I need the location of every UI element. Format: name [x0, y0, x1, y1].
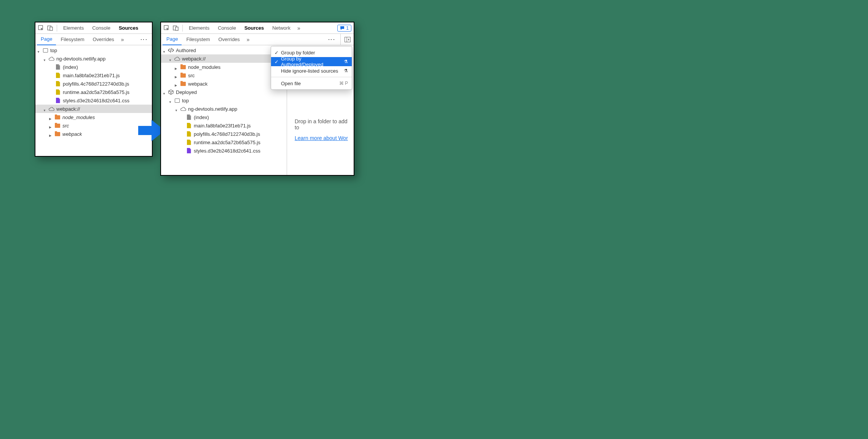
file-tree: Authored webpack:// node_modules src web… [161, 45, 287, 156]
cloud-icon [48, 56, 55, 62]
device-toggle-icon[interactable] [172, 24, 180, 32]
chevron-right-icon [49, 132, 53, 136]
subtab-kebab-icon[interactable]: ⋮ [325, 36, 338, 43]
tree-node-top[interactable]: top [161, 96, 287, 105]
folder-icon [55, 124, 60, 128]
tree-label: webpack:// [182, 56, 206, 62]
tab-console[interactable]: Console [214, 22, 240, 34]
tab-elements[interactable]: Elements [59, 22, 88, 34]
subtab-filesystem[interactable]: Filesystem [57, 34, 88, 45]
chevron-right-icon [49, 124, 53, 127]
tree-node-domain[interactable]: ng-devtools.netlify.app [161, 105, 287, 113]
tab-sources[interactable]: Sources [241, 22, 268, 34]
js-file-icon [56, 81, 60, 86]
file-tree: top ng-devtools.netlify.app (index) main… [35, 45, 152, 139]
tree-node-file[interactable]: main.fa8bfa0e23f1eb71.js [161, 121, 287, 130]
inspect-icon[interactable] [37, 24, 45, 32]
subtab-page[interactable]: Page [163, 34, 182, 45]
chevron-down-icon [43, 107, 47, 111]
check-icon: ✓ [274, 50, 279, 56]
tree-label: Deployed [176, 89, 197, 95]
main-tabbar: Elements Console Sources [35, 22, 152, 34]
tab-console[interactable]: Console [88, 22, 114, 34]
inspect-icon[interactable] [163, 24, 171, 32]
document-icon [187, 115, 191, 120]
cloud-icon [48, 106, 55, 112]
tree-node-folder[interactable]: node_modules [35, 113, 152, 121]
tree-node-file[interactable]: polyfills.4c768d7122740d3b.js [161, 130, 287, 138]
tab-network[interactable]: Network [268, 22, 294, 34]
tree-label: top [50, 48, 57, 53]
subtab-more[interactable]: » [119, 37, 126, 43]
svg-rect-5 [176, 27, 178, 30]
tree-label: webpack [62, 131, 82, 137]
subtab-page[interactable]: Page [37, 34, 56, 45]
toggle-navigator-icon[interactable] [343, 37, 352, 42]
js-file-icon [56, 73, 60, 78]
tree-node-domain[interactable]: ng-devtools.netlify.app [35, 54, 152, 63]
tab-more[interactable]: » [295, 25, 303, 31]
tree-node-file[interactable]: runtime.aa2dc5a72b65a575.js [35, 88, 152, 96]
sources-subbar: Page Filesystem Overrides » ⋮ [35, 34, 152, 45]
tree-node-folder[interactable]: node_modules [161, 63, 287, 71]
chevron-right-icon [49, 115, 53, 119]
tree-node-authored[interactable]: Authored [161, 46, 287, 54]
tree-node-folder[interactable]: webpack [35, 130, 152, 138]
css-file-icon [187, 148, 191, 153]
tree-node-index[interactable]: (index) [161, 113, 287, 121]
subtab-overrides[interactable]: Overrides [89, 34, 118, 45]
tree-node-index[interactable]: (index) [35, 63, 152, 71]
folder-icon [180, 73, 186, 78]
chevron-down-icon [169, 57, 172, 60]
menu-label: Group by Authored/Deployed [281, 56, 341, 67]
context-menu: ✓ Group by folder ✓ Group by Authored/De… [271, 46, 352, 90]
tree-node-file[interactable]: styles.d3e2b24618d2c641.css [161, 146, 287, 155]
tree-node-webpack[interactable]: webpack:// [161, 54, 287, 63]
tree-label: (index) [194, 115, 209, 120]
tree-label: styles.d3e2b24618d2c641.css [194, 148, 260, 154]
tree-node-folder[interactable]: webpack [161, 80, 287, 88]
tree-node-deployed[interactable]: Deployed [161, 88, 287, 96]
devtools-panel-after: Elements Console Sources Network » 1 Pag… [160, 22, 354, 176]
frame-icon [43, 48, 48, 52]
tree-label: node_modules [188, 64, 220, 70]
tree-label: main.fa8bfa0e23f1eb71.js [63, 73, 120, 78]
svg-rect-2 [50, 27, 53, 30]
divider [182, 25, 183, 32]
tree-label: Authored [176, 48, 196, 53]
subtab-more[interactable]: » [244, 37, 252, 43]
subtab-overrides[interactable]: Overrides [215, 34, 244, 45]
folder-icon [55, 115, 60, 119]
menu-hide-ignore-listed[interactable]: Hide ignore-listed sources ⚗ [271, 66, 352, 75]
subtab-kebab-icon[interactable]: ⋮ [137, 36, 150, 43]
tree-label: src [188, 73, 195, 78]
code-icon [168, 47, 174, 53]
device-toggle-icon[interactable] [46, 24, 54, 32]
tree-label: webpack [188, 81, 207, 87]
svg-rect-6 [345, 37, 351, 42]
document-icon [56, 64, 60, 70]
tree-node-webpack[interactable]: webpack:// [35, 105, 152, 113]
tab-elements[interactable]: Elements [185, 22, 213, 34]
tree-label: ng-devtools.netlify.app [188, 106, 237, 112]
tree-node-folder[interactable]: src [161, 71, 287, 80]
tree-node-file[interactable]: polyfills.4c768d7122740d3b.js [35, 80, 152, 88]
issues-badge[interactable]: 1 [337, 25, 351, 32]
tab-sources[interactable]: Sources [115, 22, 142, 34]
workspace-learn-more-link[interactable]: Learn more about Wor [295, 135, 348, 141]
menu-open-file[interactable]: Open file ⌘ P [271, 79, 352, 88]
tree-label: ng-devtools.netlify.app [56, 56, 105, 62]
subtab-filesystem[interactable]: Filesystem [182, 34, 214, 45]
tree-node-folder[interactable]: src [35, 121, 152, 130]
tree-label: main.fa8bfa0e23f1eb71.js [194, 123, 251, 129]
menu-label: Hide ignore-listed sources [281, 68, 341, 74]
js-file-icon [187, 131, 191, 137]
flask-icon: ⚗ [344, 68, 348, 73]
cloud-icon [180, 106, 187, 112]
tree-node-file[interactable]: styles.d3e2b24618d2c641.css [35, 96, 152, 105]
tree-node-top[interactable]: top [35, 46, 152, 54]
tree-node-file[interactable]: main.fa8bfa0e23f1eb71.js [35, 71, 152, 80]
devtools-panel-before: Elements Console Sources Page Filesystem… [35, 22, 153, 157]
tree-node-file[interactable]: runtime.aa2dc5a72b65a575.js [161, 138, 287, 146]
menu-group-by-authored-deployed[interactable]: ✓ Group by Authored/Deployed ⚗ [271, 57, 352, 66]
